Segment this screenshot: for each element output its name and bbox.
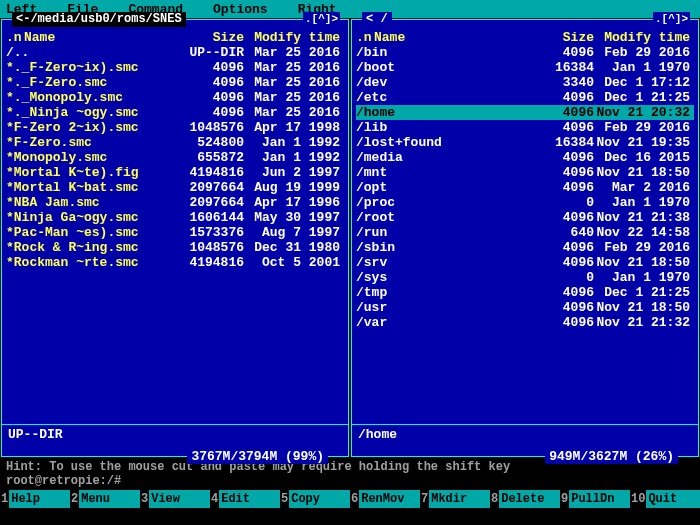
file-modify: Jan 1 1992 bbox=[244, 150, 344, 165]
file-size: 3340 bbox=[524, 75, 594, 90]
file-name: /opt bbox=[356, 180, 524, 195]
fkey-menu[interactable]: 2Menu bbox=[70, 490, 140, 508]
file-size: 4096 bbox=[524, 240, 594, 255]
list-item[interactable]: *Pac-Man ~es).smc1573376Aug 7 1997 bbox=[6, 225, 344, 240]
list-item[interactable]: /usr4096Nov 21 18:50 bbox=[356, 300, 694, 315]
right-footer-text: /home bbox=[358, 427, 397, 442]
file-name: *Rockman ~rte.smc bbox=[6, 255, 174, 270]
file-name: *._Monopoly.smc bbox=[6, 90, 174, 105]
list-item[interactable]: /opt4096Mar 2 2016 bbox=[356, 180, 694, 195]
fkey-label: Quit bbox=[646, 490, 700, 508]
list-item[interactable]: *Rock & R~ing.smc1048576Dec 31 1980 bbox=[6, 240, 344, 255]
fkey-quit[interactable]: 10Quit bbox=[630, 490, 700, 508]
file-name: /srv bbox=[356, 255, 524, 270]
fkey-delete[interactable]: 8Delete bbox=[490, 490, 560, 508]
left-panel[interactable]: <-/media/usb0/roms/SNES .[^]> .n Name Si… bbox=[1, 19, 349, 457]
list-item[interactable]: /dev3340Dec 1 17:12 bbox=[356, 75, 694, 90]
list-item[interactable]: /etc4096Dec 1 21:25 bbox=[356, 90, 694, 105]
list-item[interactable]: /mnt4096Nov 21 18:50 bbox=[356, 165, 694, 180]
list-item[interactable]: /bin4096Feb 29 2016 bbox=[356, 45, 694, 60]
file-modify: Mar 25 2016 bbox=[244, 105, 344, 120]
list-item[interactable]: /lost+found16384Nov 21 19:35 bbox=[356, 135, 694, 150]
list-item[interactable]: *Rockman ~rte.smc4194816Oct 5 2001 bbox=[6, 255, 344, 270]
fkey-pulldn[interactable]: 9PullDn bbox=[560, 490, 630, 508]
right-panel[interactable]: < / .[^]> .n Name Size Modify time /bin4… bbox=[351, 19, 699, 457]
file-name: /run bbox=[356, 225, 524, 240]
file-name: *Monopoly.smc bbox=[6, 150, 174, 165]
list-item[interactable]: /boot16384Jan 1 1970 bbox=[356, 60, 694, 75]
list-item[interactable]: *._F-Zero~ix).smc4096Mar 25 2016 bbox=[6, 60, 344, 75]
list-item[interactable]: /lib4096Feb 29 2016 bbox=[356, 120, 694, 135]
fkey-view[interactable]: 3View bbox=[140, 490, 210, 508]
file-size: 524800 bbox=[174, 135, 244, 150]
file-modify: Feb 29 2016 bbox=[594, 45, 694, 60]
file-name: *F-Zero 2~ix).smc bbox=[6, 120, 174, 135]
left-file-list[interactable]: /..UP--DIRMar 25 2016*._F-Zero~ix).smc40… bbox=[2, 45, 348, 424]
menu-options[interactable]: Options bbox=[213, 2, 268, 16]
fkey-number: 8 bbox=[490, 490, 499, 508]
col-modify: Modify time bbox=[244, 30, 344, 45]
list-item[interactable]: *Ninja Ga~ogy.smc1606144May 30 1997 bbox=[6, 210, 344, 225]
right-file-list[interactable]: /bin4096Feb 29 2016/boot16384Jan 1 1970/… bbox=[352, 45, 698, 424]
file-name: /.. bbox=[6, 45, 174, 60]
fkey-number: 6 bbox=[350, 490, 359, 508]
list-item[interactable]: *._Ninja ~ogy.smc4096Mar 25 2016 bbox=[6, 105, 344, 120]
left-panel-corner[interactable]: .[^]> bbox=[303, 12, 340, 27]
col-size: Size bbox=[524, 30, 594, 45]
right-panel-corner[interactable]: .[^]> bbox=[653, 12, 690, 27]
file-name: /etc bbox=[356, 90, 524, 105]
shell-prompt[interactable]: root@retropie:/# bbox=[0, 474, 700, 490]
file-name: *Ninja Ga~ogy.smc bbox=[6, 210, 174, 225]
list-item[interactable]: /sbin4096Feb 29 2016 bbox=[356, 240, 694, 255]
list-item[interactable]: /run640Nov 22 14:58 bbox=[356, 225, 694, 240]
file-size: 4096 bbox=[524, 255, 594, 270]
file-modify: Jan 1 1970 bbox=[594, 60, 694, 75]
file-size: 4096 bbox=[524, 180, 594, 195]
file-name: /tmp bbox=[356, 285, 524, 300]
list-item[interactable]: *Monopoly.smc655872Jan 1 1992 bbox=[6, 150, 344, 165]
fkey-renmov[interactable]: 6RenMov bbox=[350, 490, 420, 508]
file-modify: Dec 1 21:25 bbox=[594, 90, 694, 105]
function-key-bar: 1Help2Menu3View4Edit5Copy6RenMov7Mkdir8D… bbox=[0, 490, 700, 508]
file-modify: Apr 17 1996 bbox=[244, 195, 344, 210]
list-item[interactable]: *._Monopoly.smc4096Mar 25 2016 bbox=[6, 90, 344, 105]
fkey-edit[interactable]: 4Edit bbox=[210, 490, 280, 508]
list-item[interactable]: /media4096Dec 16 2015 bbox=[356, 150, 694, 165]
file-size: 4096 bbox=[524, 210, 594, 225]
file-size: 16384 bbox=[524, 135, 594, 150]
list-item[interactable]: /tmp4096Dec 1 21:25 bbox=[356, 285, 694, 300]
file-size: 4096 bbox=[524, 105, 594, 120]
fkey-number: 1 bbox=[0, 490, 9, 508]
file-modify: Feb 29 2016 bbox=[594, 240, 694, 255]
list-item[interactable]: *NBA Jam.smc2097664Apr 17 1996 bbox=[6, 195, 344, 210]
fkey-copy[interactable]: 5Copy bbox=[280, 490, 350, 508]
list-item[interactable]: *F-Zero 2~ix).smc1048576Apr 17 1998 bbox=[6, 120, 344, 135]
list-item[interactable]: /home4096Nov 21 20:32 bbox=[356, 105, 694, 120]
file-size: 4096 bbox=[174, 75, 244, 90]
file-modify: Mar 2 2016 bbox=[594, 180, 694, 195]
list-item[interactable]: *._F-Zero.smc4096Mar 25 2016 bbox=[6, 75, 344, 90]
file-modify: Jun 2 1997 bbox=[244, 165, 344, 180]
fkey-mkdir[interactable]: 7Mkdir bbox=[420, 490, 490, 508]
fkey-number: 3 bbox=[140, 490, 149, 508]
file-modify: Mar 25 2016 bbox=[244, 75, 344, 90]
file-size: 1573376 bbox=[174, 225, 244, 240]
fkey-label: View bbox=[149, 490, 210, 508]
file-modify: Apr 17 1998 bbox=[244, 120, 344, 135]
list-item[interactable]: /srv4096Nov 21 18:50 bbox=[356, 255, 694, 270]
list-item[interactable]: /var4096Nov 21 21:32 bbox=[356, 315, 694, 330]
list-item[interactable]: /sys0Jan 1 1970 bbox=[356, 270, 694, 285]
list-item[interactable]: *Mortal K~te).fig4194816Jun 2 1997 bbox=[6, 165, 344, 180]
list-item[interactable]: *F-Zero.smc524800Jan 1 1992 bbox=[6, 135, 344, 150]
file-modify: Nov 21 18:50 bbox=[594, 300, 694, 315]
list-item[interactable]: /..UP--DIRMar 25 2016 bbox=[6, 45, 344, 60]
file-size: 4096 bbox=[524, 45, 594, 60]
col-name: Name bbox=[24, 30, 174, 45]
file-modify: Aug 7 1997 bbox=[244, 225, 344, 240]
file-size: 4096 bbox=[174, 60, 244, 75]
list-item[interactable]: /root4096Nov 21 21:38 bbox=[356, 210, 694, 225]
list-item[interactable]: /proc0Jan 1 1970 bbox=[356, 195, 694, 210]
fkey-help[interactable]: 1Help bbox=[0, 490, 70, 508]
file-name: *Pac-Man ~es).smc bbox=[6, 225, 174, 240]
list-item[interactable]: *Mortal K~bat.smc2097664Aug 19 1999 bbox=[6, 180, 344, 195]
